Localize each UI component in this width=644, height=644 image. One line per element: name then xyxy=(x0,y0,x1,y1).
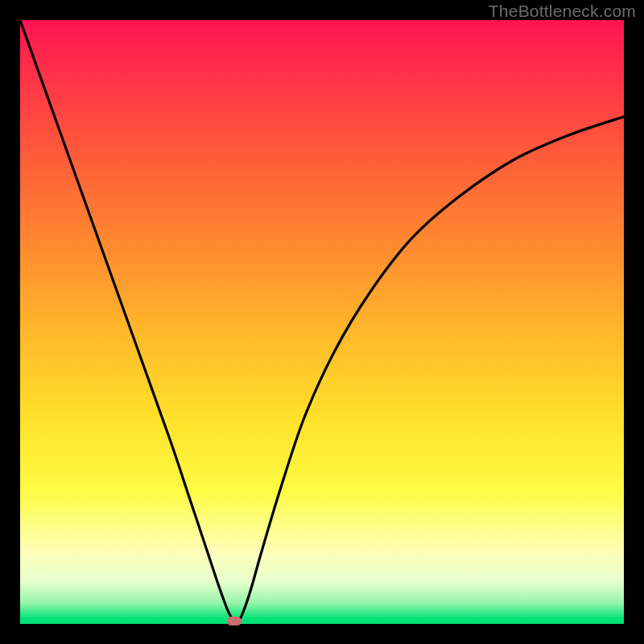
bottleneck-curve xyxy=(20,20,624,624)
optimal-point-marker xyxy=(227,617,242,625)
watermark-text: TheBottleneck.com xyxy=(489,2,636,21)
chart-frame xyxy=(20,20,624,624)
